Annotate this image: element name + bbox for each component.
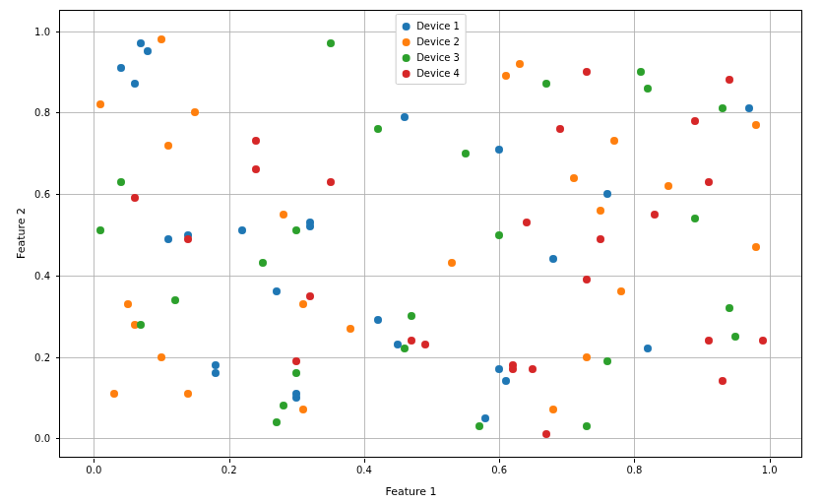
- data-point: [495, 146, 503, 154]
- data-point: [731, 333, 739, 341]
- data-point: [759, 337, 767, 345]
- data-point: [280, 211, 287, 219]
- data-point: [124, 300, 132, 308]
- data-point: [292, 390, 300, 398]
- legend-item-device-3: Device 3: [402, 50, 460, 65]
- data-point: [374, 125, 382, 133]
- legend-item-device-4: Device 4: [402, 66, 460, 81]
- data-point: [570, 174, 578, 182]
- data-point: [644, 85, 652, 93]
- data-point: [495, 365, 503, 373]
- data-point: [583, 353, 591, 361]
- data-point: [597, 207, 604, 215]
- data-point: [144, 47, 152, 55]
- data-point: [651, 211, 659, 219]
- data-point: [131, 194, 139, 202]
- data-point: [238, 226, 246, 234]
- data-point: [408, 312, 415, 320]
- circle-icon: [402, 70, 410, 78]
- data-point: [184, 235, 192, 243]
- y-tick-label: 0.8: [34, 107, 50, 118]
- legend-item-device-1: Device 1: [402, 19, 460, 33]
- data-point: [280, 402, 287, 410]
- data-point: [306, 222, 314, 230]
- data-point: [117, 64, 125, 72]
- data-point: [502, 377, 510, 385]
- x-tick-label: 0.8: [626, 465, 642, 475]
- data-point: [495, 231, 503, 239]
- x-tick: [770, 459, 771, 463]
- circle-icon: [402, 54, 410, 62]
- legend-label: Device 3: [416, 52, 460, 63]
- data-point: [549, 406, 557, 413]
- data-point: [481, 414, 489, 422]
- data-point: [117, 178, 125, 186]
- data-point: [401, 345, 409, 352]
- data-point: [259, 259, 267, 267]
- axes: 0.00.20.40.60.81.00.00.20.40.60.81.0 Dev…: [59, 10, 802, 458]
- data-point: [401, 113, 409, 121]
- grid-line-vertical: [94, 11, 95, 457]
- data-point: [691, 215, 699, 222]
- x-tick-label: 0.0: [86, 465, 101, 475]
- data-point: [158, 353, 165, 361]
- grid-line-vertical: [634, 11, 635, 457]
- grid-line-horizontal: [60, 357, 801, 358]
- data-point: [603, 190, 611, 198]
- data-point: [164, 235, 172, 243]
- circle-icon: [402, 23, 410, 31]
- grid-line-vertical: [229, 11, 230, 457]
- x-tick: [499, 459, 500, 463]
- data-point: [597, 235, 604, 243]
- y-tick-label: 0.4: [34, 270, 50, 281]
- data-point: [327, 178, 335, 186]
- data-point: [448, 259, 456, 267]
- data-point: [137, 39, 145, 47]
- data-point: [745, 104, 753, 112]
- data-point: [719, 104, 727, 112]
- data-point: [583, 68, 591, 76]
- data-point: [726, 76, 733, 84]
- legend-label: Device 4: [416, 68, 460, 79]
- data-point: [664, 182, 672, 190]
- data-point: [252, 137, 260, 145]
- y-tick: [56, 357, 60, 358]
- x-tick: [94, 459, 95, 463]
- y-axis-label: Feature 2: [15, 208, 28, 259]
- x-tick-label: 1.0: [762, 465, 778, 475]
- y-tick: [56, 112, 60, 113]
- y-tick: [56, 276, 60, 277]
- data-point: [475, 422, 483, 430]
- data-point: [603, 357, 611, 365]
- data-point: [273, 287, 281, 295]
- data-point: [110, 390, 118, 398]
- data-point: [273, 418, 281, 426]
- grid-line-horizontal: [60, 438, 801, 439]
- data-point: [462, 150, 470, 158]
- x-tick-label: 0.2: [221, 465, 237, 475]
- x-axis-label: Feature 1: [385, 485, 436, 498]
- data-point: [691, 117, 699, 125]
- legend-item-device-2: Device 2: [402, 34, 460, 49]
- data-point: [549, 255, 557, 263]
- data-point: [299, 406, 307, 413]
- legend-label: Device 2: [416, 36, 460, 47]
- data-point: [421, 341, 429, 348]
- figure: 0.00.20.40.60.81.00.00.20.40.60.81.0 Dev…: [0, 0, 822, 504]
- data-point: [637, 68, 645, 76]
- x-tick: [634, 459, 635, 463]
- grid-line-horizontal: [60, 194, 801, 195]
- grid-line-vertical: [770, 11, 771, 457]
- data-point: [719, 377, 727, 385]
- data-point: [292, 357, 300, 365]
- data-point: [158, 35, 165, 43]
- x-tick-label: 0.6: [491, 465, 507, 475]
- y-tick: [56, 438, 60, 439]
- data-point: [252, 165, 260, 173]
- y-tick-label: 0.6: [34, 189, 50, 200]
- y-tick-label: 1.0: [34, 26, 50, 36]
- data-point: [529, 365, 537, 373]
- data-point: [752, 121, 760, 129]
- data-point: [726, 304, 733, 312]
- y-tick-label: 0.2: [34, 351, 50, 362]
